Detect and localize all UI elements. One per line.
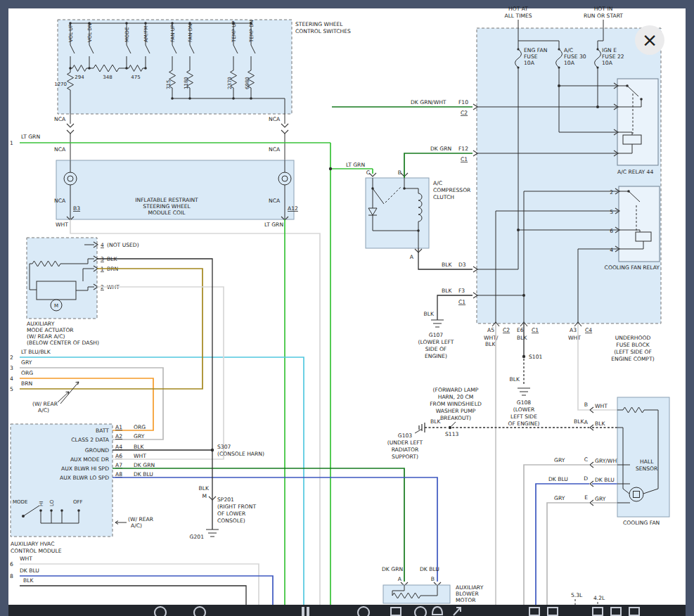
wire-color-label: ORG bbox=[21, 370, 33, 376]
wire-color-label: BLK bbox=[442, 262, 452, 268]
mode-label: MODE bbox=[13, 499, 27, 505]
connector-note: OF LOWER bbox=[217, 511, 246, 517]
steering-box-title: STEERING WHEEL bbox=[295, 21, 343, 27]
ground-note: SUPPORT) bbox=[392, 454, 418, 460]
blower-title: AUXILIARY bbox=[456, 584, 484, 591]
hvac-module-title: AUXILIARY HVAC bbox=[11, 541, 55, 547]
pin-label: A5 bbox=[487, 327, 494, 333]
circuit-number: 2 bbox=[10, 354, 13, 361]
actuator-title: (W/ REAR A/C) bbox=[27, 333, 65, 340]
clutch-title: A/C bbox=[433, 180, 442, 186]
resistor-value: 6980 bbox=[245, 77, 250, 89]
circuit-number: 3 bbox=[10, 365, 13, 371]
pin-label: B bbox=[584, 402, 588, 408]
connector-note: (RIGHT FRONT bbox=[217, 503, 256, 510]
wire-color-label: LT GRN bbox=[264, 222, 283, 228]
hot-at-all-times: ALL TIMES bbox=[504, 13, 532, 19]
wire-color-label: WHT bbox=[134, 453, 146, 459]
cooling-fan-box bbox=[617, 397, 669, 517]
wire-color-label: BLK bbox=[517, 335, 527, 341]
wire-color-label: BLK bbox=[23, 577, 34, 584]
pin-label: D bbox=[584, 475, 588, 482]
motor-symbol-label: M bbox=[54, 303, 58, 309]
splice-label: S101 bbox=[529, 354, 542, 360]
connector-ref: C2 bbox=[503, 327, 510, 333]
resistor-value: 475 bbox=[131, 75, 140, 80]
splice-label: S113 bbox=[445, 431, 458, 437]
nca-label: NCA bbox=[269, 198, 281, 204]
circuit-number: 6 bbox=[10, 561, 13, 567]
nca-label: NCA bbox=[269, 116, 281, 122]
harness-note: HARN, 20 CM bbox=[438, 394, 474, 400]
switch-label: AM/FM bbox=[143, 26, 149, 42]
fuse-label: ENG FAN bbox=[524, 47, 547, 53]
wire-color-label: DK BLU bbox=[420, 566, 439, 572]
wire-color-label: DK GRN bbox=[430, 146, 451, 152]
fuse-label: A/C bbox=[564, 47, 573, 53]
ac-compressor-clutch bbox=[366, 173, 429, 252]
hot-in-run-or-start: HOT IN bbox=[594, 6, 613, 12]
ground-note: (UNDER LEFT bbox=[387, 439, 423, 446]
wire-color-label: DK GRN bbox=[134, 462, 155, 468]
switch-label: FAN DN bbox=[188, 24, 193, 42]
wire-color-label: DK GRN bbox=[382, 566, 403, 572]
engine-variant-label: 4.2L bbox=[593, 595, 605, 601]
wire-color-label: GRY bbox=[134, 433, 145, 439]
pin-label: B bbox=[431, 576, 435, 582]
connector-ref: C1 bbox=[461, 156, 468, 162]
pin-label: A3 bbox=[570, 327, 577, 333]
fuse-label: FUSE 22 bbox=[602, 53, 624, 60]
wire-color-label: WHT bbox=[56, 222, 68, 228]
pin-label: E bbox=[584, 494, 588, 501]
pin-label: A bbox=[410, 254, 414, 260]
wire-color-label: DK BLU bbox=[20, 567, 39, 574]
wire-color-label: DK BLU bbox=[548, 476, 568, 482]
ground-note: LEFT SIDE bbox=[510, 413, 537, 420]
close-button[interactable]: × bbox=[635, 25, 664, 55]
pin-label: A7 bbox=[115, 462, 122, 468]
hvac-pin-name: AUX MODE DR bbox=[70, 456, 110, 463]
clutch-title: COMPRESSOR bbox=[433, 187, 471, 193]
ac-relay bbox=[614, 79, 658, 165]
wire-color-label: BLK bbox=[595, 421, 605, 427]
fuse-label: FUSE 30 bbox=[564, 53, 586, 60]
relay-pin: 6 bbox=[610, 228, 613, 234]
wire-color-label: DK BLU bbox=[595, 477, 615, 483]
hvac-pin-name: CLASS 2 DATA bbox=[71, 437, 110, 443]
wire-color-label: WHT bbox=[20, 556, 32, 562]
circuit-number: 4 bbox=[10, 376, 13, 382]
relay-pin: 5 bbox=[610, 209, 613, 215]
hvac-module-title: CONTROL MODULE bbox=[11, 548, 62, 554]
switch-label: VOL UP bbox=[68, 24, 74, 42]
steering-box-title: CONTROL SWITCHES bbox=[295, 28, 351, 34]
steering-wheel-switches-box: VOL UP VOL DN MODE AM/FM FAN UP FAN DN T… bbox=[54, 20, 292, 114]
pin-label: F10 bbox=[458, 99, 468, 105]
actuator-title: (BELOW CENTER OF DASH) bbox=[27, 340, 99, 346]
wire-color-label: BLK bbox=[510, 376, 520, 383]
nca-label: NCA bbox=[54, 198, 66, 204]
resistor-value: 1180 bbox=[184, 77, 189, 89]
switch-label: VOL DN bbox=[87, 23, 93, 42]
fuse-label: 10A bbox=[524, 60, 535, 66]
ground-note: RADIATOR bbox=[392, 447, 419, 453]
ground-label: G103 bbox=[398, 432, 413, 439]
rear-ac-note: (W/ REAR bbox=[32, 401, 58, 407]
fuse-block-title: UNDERHOOD bbox=[615, 335, 651, 341]
connector-ref: C2 bbox=[461, 110, 468, 116]
coil-module-title: STEERING WHEEL bbox=[143, 203, 191, 210]
clutch-title: CLUTCH bbox=[433, 194, 454, 200]
resistor-value: 348 bbox=[103, 75, 112, 80]
wire-color-label: BLK bbox=[442, 288, 452, 294]
pin-label: A8 bbox=[115, 471, 122, 477]
circuit-number: 8 bbox=[10, 573, 13, 579]
wiring-diagram: VOL UP VOL DN MODE AM/FM FAN UP FAN DN T… bbox=[0, 0, 694, 616]
relay-pin: 4 bbox=[610, 247, 613, 253]
nca-label: NCA bbox=[269, 146, 281, 153]
fuse-block-title: ENGINE COMPT) bbox=[611, 356, 655, 362]
rear-ac-note: (W/ REAR bbox=[128, 516, 154, 522]
wire-color-label: BLK bbox=[485, 341, 496, 347]
harness-note: FROM WINDSHIELD bbox=[430, 401, 482, 407]
connector-ref: C1 bbox=[532, 327, 539, 333]
wire-color-label: BLK bbox=[134, 444, 144, 450]
blower-title: MOTOR bbox=[456, 597, 476, 603]
